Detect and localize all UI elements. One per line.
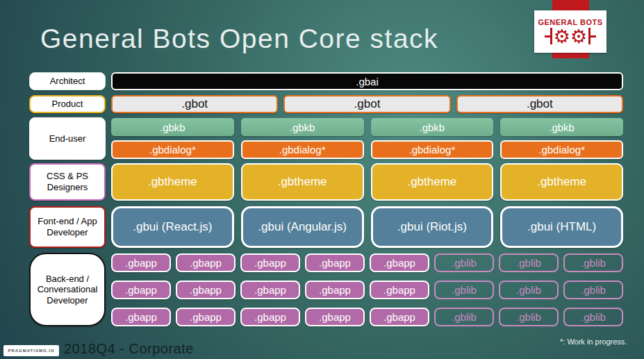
label-product: Product [29,95,106,113]
row-backend-1: .gbapp .gbapp .gbapp .gbapp .gbapp .gbli… [111,253,623,272]
box-gbapp: .gbapp [176,253,236,272]
row-gbdialog: .gbdialog* .gbdialog* .gbdialog* .gbdial… [111,140,623,159]
label-css-ps-designers: CSS & PS Designers [29,163,106,201]
box-gbdialog: .gbdialog* [371,140,494,159]
gear-bar-left [550,28,552,44]
box-gbapp: .gbapp [240,253,300,272]
box-gblib: .gblib [563,308,623,326]
box-gbkb: .gbkb [241,118,364,136]
box-gblib: .gblib [563,253,623,272]
box-gbui-angular: .gbui (Angular.js) [241,206,364,248]
box-gbtheme: .gbtheme [500,163,623,201]
label-backend-conversational-developer: Back-end / Conversational Developer [29,253,106,326]
box-gbkb: .gbkb [500,118,623,136]
label-frontend-app-developer: Font-end / App Developer [29,206,106,248]
box-gbui-html: .gbui (HTML) [500,206,623,248]
box-gbtheme: .gbtheme [371,163,494,201]
work-in-progress-note: *: Work in progress. [560,337,627,346]
box-gbot: .gbot [456,95,623,113]
gears-icon: ⚙ ⚙ [550,27,590,46]
row-gbkb: .gbkb .gbkb .gbkb .gbkb [111,118,623,136]
box-gblib: .gblib [563,281,623,299]
box-gbai: .gbai [111,72,623,90]
box-gbapp: .gbapp [305,308,365,326]
box-gbapp: .gbapp [370,281,429,299]
box-gbdialog: .gbdialog* [500,140,623,159]
gear-icon: ⚙ [570,27,587,46]
box-gbapp: .gbapp [305,281,365,299]
logo-brand-text: GENERAL BOTS [538,18,602,26]
label-architect: Architect [29,72,106,90]
page-title: General Bots Open Core stack [40,24,438,54]
box-gblib: .gblib [499,253,559,272]
box-gbot: .gbot [111,95,278,113]
box-gbapp: .gbapp [370,253,429,272]
box-gbapp: .gbapp [370,308,429,326]
box-gbapp: .gbapp [176,281,236,299]
box-gblib: .gblib [499,281,559,299]
gear-icon: ⚙ [554,27,570,46]
general-bots-logo: GENERAL BOTS ⚙ ⚙ [534,10,606,53]
box-gbkb: .gbkb [371,118,494,136]
row-gbtheme: .gbtheme .gbtheme .gbtheme .gbtheme [111,163,623,201]
box-gbui-react: .gbui (React.js) [111,206,234,248]
row-backend-3: .gbapp .gbapp .gbapp .gbapp .gbapp .gbli… [111,308,623,326]
footer-caption: 2018Q4 - Corporate [64,341,194,357]
gear-bar-right [588,28,591,44]
box-gbapp: .gbapp [111,281,171,299]
box-gbapp: .gbapp [176,308,236,326]
box-gbot: .gbot [283,95,450,113]
box-gblib: .gblib [434,308,494,326]
box-gbdialog: .gbdialog* [241,140,364,159]
box-gbapp: .gbapp [240,308,300,326]
box-gblib: .gblib [434,281,494,299]
box-gblib: .gblib [499,308,559,326]
box-gbapp: .gbapp [111,308,171,326]
label-end-user: End-user [29,117,106,160]
pragmatismo-logo: PRAGMATISMO.IO [3,345,59,356]
box-gbtheme: .gbtheme [241,163,364,201]
box-gbkb: .gbkb [111,118,234,136]
box-gblib: .gblib [434,253,494,272]
row-gbai: .gbai [111,72,623,90]
row-gbot: .gbot .gbot .gbot [111,95,623,113]
slide: General Bots Open Core stack GENERAL BOT… [0,0,644,359]
box-gbapp: .gbapp [111,253,171,272]
row-backend-2: .gbapp .gbapp .gbapp .gbapp .gbapp .gbli… [111,281,623,299]
box-gbapp: .gbapp [240,281,300,299]
box-gbui-riot: .gbui (Riot.js) [371,206,494,248]
box-gbdialog: .gbdialog* [111,140,234,159]
row-gbui: .gbui (React.js) .gbui (Angular.js) .gbu… [111,206,623,248]
box-gbapp: .gbapp [305,253,365,272]
box-gbtheme: .gbtheme [111,163,234,201]
